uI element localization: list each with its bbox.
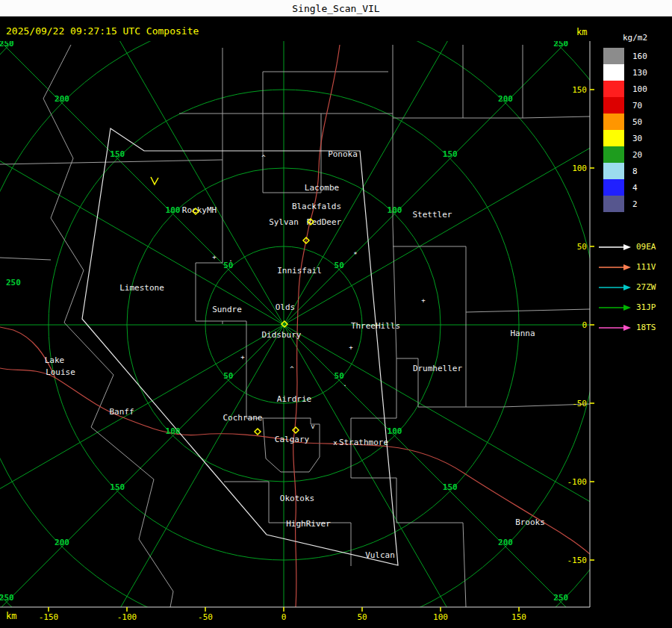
city-label: Louise (46, 367, 75, 377)
radar-legend-item: 27ZW (597, 277, 672, 297)
colorbar-value: 50 (632, 117, 642, 127)
range-label: 150 (110, 149, 125, 159)
radar-id-legend: 09EA111V27ZW31JP18TS (597, 237, 672, 338)
colorbar-value: 2 (632, 199, 638, 209)
city-labels: PonokaLacombeBlackfaldsSylvanRedDeerRock… (45, 149, 545, 560)
colorbar-swatch (603, 163, 624, 179)
range-label: 100 (166, 426, 181, 436)
city-label: Innisfail (277, 266, 322, 276)
colorbar-swatch (603, 114, 624, 130)
town-marker: . (228, 255, 232, 263)
city-label: Calgary (275, 435, 310, 444)
range-label: 200 (55, 94, 69, 104)
right-axis-tick-label: 0 (582, 320, 587, 330)
range-label: 100 (166, 205, 181, 215)
city-label: Limestone (119, 283, 164, 293)
colorbar-swatch (603, 97, 624, 114)
city-label: Blackfalds (292, 202, 341, 211)
town-marker: . (343, 380, 346, 388)
town-markers: ^+.*+++^.vx (212, 154, 426, 447)
city-label: Vulcan (365, 550, 395, 560)
colorbar-value: 4 (632, 183, 638, 193)
colorbar-value: 30 (632, 134, 642, 143)
range-label: 50 (223, 371, 233, 381)
city-label: Airdrie (277, 394, 311, 404)
town-marker: x (333, 439, 337, 447)
city-label: RedDeer (307, 217, 342, 227)
city-label: Okotoks (280, 494, 314, 503)
radar-pointer-icon (597, 323, 632, 332)
radar-map[interactable]: 5050505010010010010015015015015020020020… (0, 0, 672, 628)
radar-id-label: 27ZW (636, 282, 656, 292)
range-label: 250 (0, 593, 14, 603)
range-label: 250 (0, 39, 14, 49)
bottom-axis-tick-label: -100 (117, 612, 137, 622)
radar-id-label: 09EA (636, 242, 656, 252)
range-label: 200 (55, 538, 69, 547)
colorbar-level: 30 (603, 130, 672, 146)
range-label: 250 (553, 593, 568, 603)
colorbar-level: 130 (603, 64, 672, 81)
range-rings-grid (0, 0, 672, 628)
town-marker: ^ (290, 365, 294, 373)
colorbar-swatch (603, 48, 624, 64)
city-label: Lacombe (305, 183, 339, 193)
colorbar-swatch (603, 146, 624, 163)
city-label: Sylvan (269, 217, 299, 227)
radar-pointer-icon (597, 303, 632, 312)
town-marker: + (240, 353, 245, 361)
radar-legend-item: 31JP (597, 297, 672, 317)
radar-pointer-icon (597, 283, 632, 292)
city-label: Ponoka (328, 149, 358, 159)
radar-legend-item: 111V (597, 257, 672, 277)
radar-site-marker[interactable] (293, 427, 299, 433)
colorbar-level: 20 (603, 146, 672, 163)
range-label: 150 (110, 482, 125, 492)
colorbar-panel: kg/m2 16013010070503020842 09EA111V27ZW3… (603, 33, 672, 338)
city-label: ThreeHills (351, 321, 400, 331)
range-label: 50 (335, 261, 344, 270)
storm-vector-icon (151, 177, 158, 184)
city-label: Drumheller (413, 364, 463, 373)
radar-legend-item: 18TS (597, 317, 672, 338)
city-label: Hanna (510, 329, 535, 338)
bottom-axis-tick-label: -50 (198, 612, 213, 622)
radar-pointer-icon (597, 243, 632, 252)
city-label: Banff (109, 407, 134, 417)
city-label: HighRiver (286, 519, 331, 529)
right-axis-tick-label: 100 (572, 164, 587, 173)
radar-id-label: 111V (636, 262, 656, 272)
radar-id-label: 31JP (636, 302, 656, 312)
bottom-axis-tick-label: 150 (511, 612, 526, 622)
city-label: Strathmore (339, 438, 388, 447)
right-axis-tick-label: -150 (567, 556, 588, 565)
city-label: RockyMH (182, 205, 217, 215)
radar-id-label: 18TS (636, 323, 656, 332)
radar-site-marker[interactable] (255, 429, 261, 435)
colorbar-level: 50 (603, 114, 672, 130)
bottom-axis-tick-label: 50 (357, 612, 367, 622)
colorbar-swatch (603, 130, 624, 146)
city-label: Didsbury (262, 330, 302, 340)
colorbar-value: 70 (632, 101, 642, 111)
city-label: Lake (45, 355, 65, 365)
range-label: 100 (388, 426, 402, 436)
range-label: 150 (443, 482, 458, 492)
town-marker: ^ (261, 154, 266, 161)
colorbar-level: 160 (603, 48, 672, 64)
colorbar-value: 8 (632, 167, 638, 176)
colorbar-unit-label: kg/m2 (623, 33, 672, 43)
town-marker: * (353, 251, 357, 258)
colorbar-swatch (603, 179, 624, 196)
colorbar-swatch (603, 81, 624, 97)
colorbar-level: 70 (603, 97, 672, 114)
town-marker: v (311, 423, 314, 430)
colorbar-level: 100 (603, 81, 672, 97)
city-label: Cochrane (223, 413, 263, 423)
bottom-axis-tick-label: 0 (281, 612, 287, 622)
range-label: 250 (6, 278, 21, 287)
town-marker: + (349, 343, 353, 351)
city-label: Sundre (212, 305, 242, 314)
right-axis-tick-label: 50 (577, 242, 587, 252)
colorbar-value: 20 (632, 150, 642, 160)
